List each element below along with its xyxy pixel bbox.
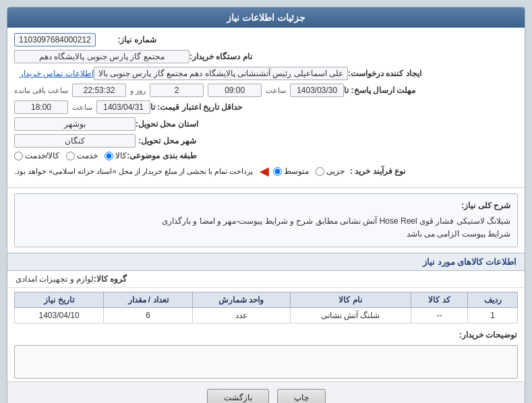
tabaqeBandi-khedmat[interactable]: خدمت <box>66 151 98 160</box>
col-radif: ردیف <box>468 292 518 307</box>
tabaqeBandi-group: کالا/خدمت خدمت کالا <box>14 151 127 160</box>
table-body: 1 -- شلنگ آتش نشانی عدد 6 1403/04/10 <box>15 307 518 323</box>
tozihat-area <box>14 345 518 379</box>
row-ostanTahvil: استان محل تحویل: بوشهر <box>14 117 518 131</box>
table-header-row: ردیف کد کالا نام کالا واحد شمارش تعداد /… <box>15 292 518 307</box>
print-button[interactable]: چاپ <box>277 389 326 403</box>
cell-radif: 1 <box>468 307 518 323</box>
saat-label2: ساعت <box>72 103 92 112</box>
mohlatErsal-label: مهلت ارسال پاسخ: تا <box>344 86 415 95</box>
sharhKoli-value1: شیلانگ لاستیکی فشار قوی Hose Reel آتش نش… <box>22 215 510 228</box>
row-mohlatErsal: مهلت ارسال پاسخ: تا 1403/03/30 ساعت 09:0… <box>14 84 518 97</box>
ostanTahvil-label: استان محل تحویل: <box>136 119 198 129</box>
tabaqeBandi-kala[interactable]: کالا <box>105 151 127 160</box>
cell-vahed: عدد <box>193 307 290 323</box>
row-hadaqalTarikh: حداقل تاریخ اعتبار قیمت: تا 1403/04/31 س… <box>14 100 518 114</box>
saat-label: ساعت <box>266 86 286 95</box>
row-namdastgah: نام دستگاه خریدار: مجتمع گاز پارس جنوبی … <box>14 50 518 63</box>
hadaqalTarikh-label: حداقل تاریخ اعتبار قیمت: تا <box>150 102 242 112</box>
row-shomareNiaz: شماره نیاز: 1103097684000212 <box>14 33 518 46</box>
hadaqalTarikh-group: 1403/04/31 ساعت 18:00 <box>14 100 150 114</box>
footer-buttons: چاپ بازگشت <box>7 381 525 403</box>
col-name: نام کالا <box>290 292 411 307</box>
tabaqeBandi-kalaKhedmat[interactable]: کالا/خدمت <box>14 151 59 160</box>
col-tedad: تعداد / مقدار <box>104 292 193 307</box>
hadaqalTarikh-date: 1403/04/31 <box>96 100 150 114</box>
table-row: 1 -- شلنگ آتش نشانی عدد 6 1403/04/10 <box>15 307 518 323</box>
table-head: ردیف کد کالا نام کالا واحد شمارش تعداد /… <box>15 292 518 307</box>
ijadKonande-label: ایجاد کننده درخواست: <box>348 69 421 78</box>
panel-header: جزئیات اطلاعات نیاز <box>7 7 525 28</box>
mohlatErsal-day: 2 <box>150 84 204 97</box>
roz-label: روز و <box>130 86 146 95</box>
hadaqalTarikh-time: 18:00 <box>14 100 68 114</box>
cell-name: شلنگ آتش نشانی <box>290 307 411 323</box>
noeFarayand-motavaset[interactable]: متوسط <box>273 166 309 176</box>
ettelaatKala-header: اطلاعات کالاهای مورد نیاز <box>7 253 525 271</box>
row-ijadKonande: ایجاد کننده درخواست: علی اسماعیلی رئیس آ… <box>14 67 518 80</box>
groheKala-value: لوازم و تجهیزات امدادی <box>16 274 94 284</box>
panel-title: جزئیات اطلاعات نیاز <box>227 12 305 23</box>
remaining-label: ساعت باقی مانده <box>14 86 68 95</box>
page-wrapper: جزئیات اطلاعات نیاز شماره نیاز: 11030976… <box>0 0 532 403</box>
mohlatErsal-date: 1403/03/30 <box>290 84 344 97</box>
main-panel: جزئیات اطلاعات نیاز شماره نیاز: 11030976… <box>7 7 525 403</box>
ostanTahvil-value: بوشهر <box>14 117 136 131</box>
cell-kod: -- <box>411 307 468 323</box>
cell-tedad: 6 <box>104 307 193 323</box>
sharhKoli-label: شرح کلی نیاز: <box>22 199 510 212</box>
noeFarayand-label: نوع فرآیند خرید : <box>345 166 405 176</box>
noeFarayand-group: متوسط جزیی ◀ پرداخت تمام با بخشی از مبلغ… <box>14 164 345 179</box>
tabaqeBandi-label: طبقه بندی موضوعی: <box>127 151 197 160</box>
red-arrow-icon: ◀ <box>260 164 269 179</box>
row-tabaqeBandi: طبقه بندی موضوعی: کالا/خدمت خدمت کالا <box>14 151 518 160</box>
sharhKoli-value2: شرایط پیوست الزامی می باشد <box>22 228 510 241</box>
noeFarayand-radios: متوسط جزیی <box>273 166 345 176</box>
groheKala-label: گروه کالا: <box>94 274 127 284</box>
cell-tarikh: 1403/04/10 <box>15 307 104 323</box>
namdastgah-value: مجتمع گاز پارس جنوبی پالایشگاه دهم <box>14 50 189 63</box>
row-noeFarayand: نوع فرآیند خرید : متوسط جزیی ◀ پرداخت ت <box>14 164 518 179</box>
row-shahrTahvil: شهر محل تحویل: کنگان <box>14 134 518 148</box>
shahrTahvil-label: شهر محل تحویل: <box>136 136 196 146</box>
shomareNiaz-label: شماره نیاز: <box>96 35 156 44</box>
noeFarayand-note: پرداخت تمام با بخشی از مبلغ خریدار از مح… <box>14 167 253 176</box>
ijadKonande-value: علی اسماعیلی رئیس آتشنشانی پالایشگاه دهم… <box>94 67 348 80</box>
mohlatErsal-remaining: 22:53:32 <box>72 84 126 97</box>
noeFarayand-jozee[interactable]: جزیی <box>316 166 345 176</box>
items-table: ردیف کد کالا نام کالا واحد شمارش تعداد /… <box>14 292 518 323</box>
mohlatErsal-group: 1403/03/30 ساعت 09:00 2 روز و 22:53:32 س… <box>14 84 344 97</box>
col-vahed: واحد شمارش <box>193 292 290 307</box>
col-tarikh: تاریخ نیاز <box>15 292 104 307</box>
sharhKoli-box: شرح کلی نیاز: شیلانگ لاستیکی فشار قوی Ho… <box>14 193 518 247</box>
ijadKonande-link[interactable]: اطلاعات تماس خریدار <box>20 69 94 78</box>
col-kod: کد کالا <box>411 292 468 307</box>
mohlatErsal-time: 09:00 <box>208 84 262 97</box>
namdastgah-label: نام دستگاه خریدار: <box>189 52 252 61</box>
back-button[interactable]: بازگشت <box>207 389 269 403</box>
shomareNiaz-value: 1103097684000212 <box>14 33 96 46</box>
shahrTahvil-value: کنگان <box>14 134 136 148</box>
tozihat-label: توضیحات خریدار: <box>7 328 525 342</box>
groheKala-row: گروه کالا: لوازم و تجهیزات امدادی <box>7 271 525 288</box>
info-section: شماره نیاز: 1103097684000212 نام دستگاه … <box>7 28 525 188</box>
